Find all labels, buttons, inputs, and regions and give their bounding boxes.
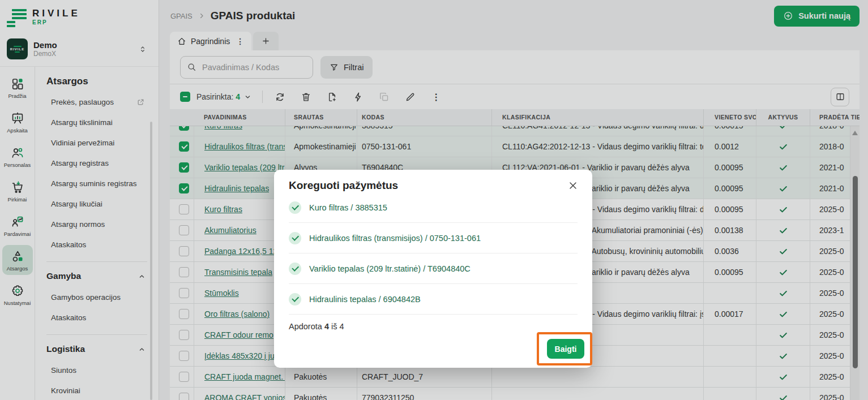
progress-text: Apdorota 4 iš 4 — [289, 322, 578, 331]
finish-button[interactable]: Baigti — [547, 339, 584, 359]
processed-item-label: Hidraulikos filtras (transmisijos) / 075… — [309, 234, 481, 243]
check-circle-icon — [289, 293, 301, 306]
processed-item: Hidraulinis tepalas / 6904842B — [289, 284, 578, 315]
processed-item: Kuro filtras / 3885315 — [289, 192, 578, 223]
modal-title: Koreguoti pažymėtus — [289, 179, 398, 192]
check-circle-icon — [289, 263, 301, 275]
check-circle-icon — [289, 201, 301, 214]
modal-item-list: Kuro filtras / 3885315 Hidraulikos filtr… — [289, 192, 578, 315]
processed-item: Hidraulikos filtras (transmisijos) / 075… — [289, 223, 578, 253]
processed-item-label: Kuro filtras / 3885315 — [309, 203, 387, 212]
processed-item-label: Variklio tepalas (209 ltr.statinė) / T69… — [309, 264, 471, 273]
edit-selected-modal: Koreguoti pažymėtus Kuro filtras / 38853… — [274, 170, 592, 368]
close-icon — [567, 180, 579, 191]
check-circle-icon — [289, 232, 301, 244]
close-button[interactable] — [566, 179, 580, 192]
processed-item-label: Hidraulinis tepalas / 6904842B — [309, 295, 421, 304]
progress-done: 4 — [324, 322, 329, 331]
processed-item: Variklio tepalas (209 ltr.statinė) / T69… — [289, 253, 578, 284]
